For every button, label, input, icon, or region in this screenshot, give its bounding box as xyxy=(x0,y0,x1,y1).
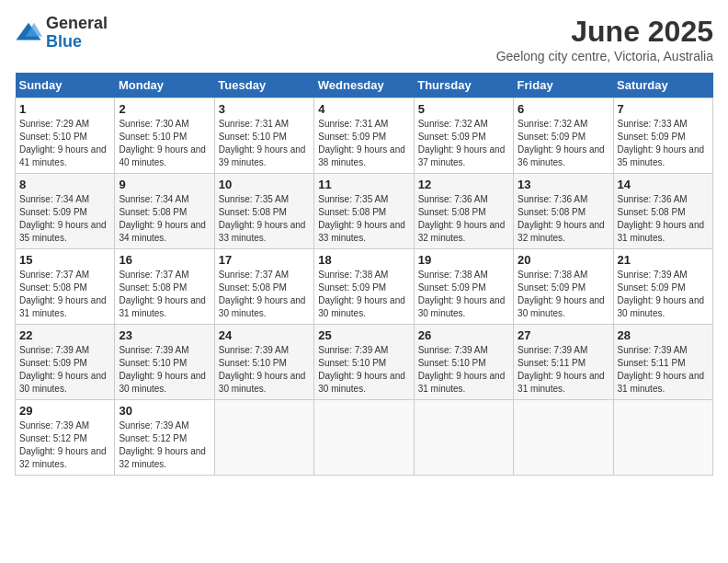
table-cell: 16 Sunrise: 7:37 AMSunset: 5:08 PMDaylig… xyxy=(115,249,214,325)
day-number: 18 xyxy=(318,253,409,267)
header: General Blue June 2025 Geelong city cent… xyxy=(15,15,713,63)
day-info: Sunrise: 7:39 AMSunset: 5:10 PMDaylight:… xyxy=(418,345,506,394)
day-number: 7 xyxy=(618,102,709,116)
table-row: 1 Sunrise: 7:29 AMSunset: 5:10 PMDayligh… xyxy=(16,98,713,174)
day-info: Sunrise: 7:39 AMSunset: 5:10 PMDaylight:… xyxy=(318,345,405,394)
col-wednesday: Wednesday xyxy=(314,73,414,98)
table-cell: 3 Sunrise: 7:31 AMSunset: 5:10 PMDayligh… xyxy=(214,98,313,174)
table-cell: 23 Sunrise: 7:39 AMSunset: 5:10 PMDaylig… xyxy=(115,325,214,400)
day-info: Sunrise: 7:39 AMSunset: 5:09 PMDaylight:… xyxy=(19,345,107,394)
table-cell: 18 Sunrise: 7:38 AMSunset: 5:09 PMDaylig… xyxy=(314,249,414,325)
logo-icon xyxy=(15,19,42,47)
table-cell: 8 Sunrise: 7:34 AMSunset: 5:09 PMDayligh… xyxy=(16,174,115,249)
day-info: Sunrise: 7:36 AMSunset: 5:08 PMDaylight:… xyxy=(618,194,705,243)
table-cell: 22 Sunrise: 7:39 AMSunset: 5:09 PMDaylig… xyxy=(16,325,115,400)
table-cell xyxy=(613,400,712,476)
day-number: 9 xyxy=(119,178,210,191)
day-number: 11 xyxy=(318,178,409,191)
table-cell: 5 Sunrise: 7:32 AMSunset: 5:09 PMDayligh… xyxy=(414,98,513,174)
table-cell: 27 Sunrise: 7:39 AMSunset: 5:11 PMDaylig… xyxy=(514,325,613,400)
calendar-subtitle: Geelong city centre, Victoria, Australia xyxy=(496,49,713,63)
table-cell: 9 Sunrise: 7:34 AMSunset: 5:08 PMDayligh… xyxy=(115,174,214,249)
day-info: Sunrise: 7:31 AMSunset: 5:10 PMDaylight:… xyxy=(219,119,306,167)
table-cell: 17 Sunrise: 7:37 AMSunset: 5:08 PMDaylig… xyxy=(214,249,313,325)
table-cell: 21 Sunrise: 7:39 AMSunset: 5:09 PMDaylig… xyxy=(613,249,712,325)
day-number: 29 xyxy=(19,404,110,418)
table-cell: 14 Sunrise: 7:36 AMSunset: 5:08 PMDaylig… xyxy=(613,174,712,249)
day-info: Sunrise: 7:39 AMSunset: 5:11 PMDaylight:… xyxy=(618,345,705,394)
day-number: 8 xyxy=(19,178,110,191)
day-number: 25 xyxy=(318,328,409,342)
day-info: Sunrise: 7:32 AMSunset: 5:09 PMDaylight:… xyxy=(518,119,605,167)
day-number: 21 xyxy=(618,253,709,267)
day-info: Sunrise: 7:39 AMSunset: 5:09 PMDaylight:… xyxy=(618,270,705,318)
col-tuesday: Tuesday xyxy=(214,73,313,98)
day-info: Sunrise: 7:39 AMSunset: 5:11 PMDaylight:… xyxy=(518,345,605,394)
table-cell: 12 Sunrise: 7:36 AMSunset: 5:08 PMDaylig… xyxy=(414,174,513,249)
title-section: June 2025 Geelong city centre, Victoria,… xyxy=(496,15,713,63)
day-info: Sunrise: 7:37 AMSunset: 5:08 PMDaylight:… xyxy=(219,270,306,318)
header-row: Sunday Monday Tuesday Wednesday Thursday… xyxy=(16,73,713,98)
logo-general: General xyxy=(46,15,108,33)
day-number: 14 xyxy=(618,178,709,191)
day-number: 22 xyxy=(19,328,110,342)
day-info: Sunrise: 7:35 AMSunset: 5:08 PMDaylight:… xyxy=(219,194,306,243)
table-cell: 4 Sunrise: 7:31 AMSunset: 5:09 PMDayligh… xyxy=(314,98,414,174)
table-cell: 10 Sunrise: 7:35 AMSunset: 5:08 PMDaylig… xyxy=(214,174,313,249)
table-cell: 24 Sunrise: 7:39 AMSunset: 5:10 PMDaylig… xyxy=(214,325,313,400)
table-row: 15 Sunrise: 7:37 AMSunset: 5:08 PMDaylig… xyxy=(16,249,713,325)
table-cell: 19 Sunrise: 7:38 AMSunset: 5:09 PMDaylig… xyxy=(414,249,513,325)
table-cell: 6 Sunrise: 7:32 AMSunset: 5:09 PMDayligh… xyxy=(514,98,613,174)
day-info: Sunrise: 7:33 AMSunset: 5:09 PMDaylight:… xyxy=(618,119,705,167)
day-number: 19 xyxy=(418,253,509,267)
day-info: Sunrise: 7:36 AMSunset: 5:08 PMDaylight:… xyxy=(418,194,506,243)
day-info: Sunrise: 7:30 AMSunset: 5:10 PMDaylight:… xyxy=(119,119,206,167)
table-row: 8 Sunrise: 7:34 AMSunset: 5:09 PMDayligh… xyxy=(16,174,713,249)
day-info: Sunrise: 7:39 AMSunset: 5:10 PMDaylight:… xyxy=(119,345,206,394)
day-number: 30 xyxy=(119,404,210,418)
day-number: 5 xyxy=(418,102,509,116)
day-info: Sunrise: 7:38 AMSunset: 5:09 PMDaylight:… xyxy=(318,270,405,318)
day-number: 2 xyxy=(119,102,210,116)
day-number: 3 xyxy=(219,102,310,116)
table-row: 22 Sunrise: 7:39 AMSunset: 5:09 PMDaylig… xyxy=(16,325,713,400)
calendar-table: Sunday Monday Tuesday Wednesday Thursday… xyxy=(15,73,713,476)
day-info: Sunrise: 7:38 AMSunset: 5:09 PMDaylight:… xyxy=(418,270,506,318)
day-number: 23 xyxy=(119,328,210,342)
col-saturday: Saturday xyxy=(613,73,712,98)
table-cell: 28 Sunrise: 7:39 AMSunset: 5:11 PMDaylig… xyxy=(613,325,712,400)
logo-text: General Blue xyxy=(46,15,108,52)
table-cell xyxy=(414,400,513,476)
day-number: 15 xyxy=(19,253,110,267)
day-info: Sunrise: 7:36 AMSunset: 5:08 PMDaylight:… xyxy=(518,194,605,243)
table-cell xyxy=(214,400,313,476)
table-cell: 11 Sunrise: 7:35 AMSunset: 5:08 PMDaylig… xyxy=(314,174,414,249)
table-cell: 26 Sunrise: 7:39 AMSunset: 5:10 PMDaylig… xyxy=(414,325,513,400)
logo-blue: Blue xyxy=(46,33,108,52)
day-info: Sunrise: 7:34 AMSunset: 5:08 PMDaylight:… xyxy=(119,194,206,243)
day-number: 17 xyxy=(219,253,310,267)
day-info: Sunrise: 7:35 AMSunset: 5:08 PMDaylight:… xyxy=(318,194,405,243)
calendar-title: June 2025 xyxy=(496,15,713,49)
col-sunday: Sunday xyxy=(16,73,115,98)
table-cell: 2 Sunrise: 7:30 AMSunset: 5:10 PMDayligh… xyxy=(115,98,214,174)
table-row: 29 Sunrise: 7:39 AMSunset: 5:12 PMDaylig… xyxy=(16,400,713,476)
day-number: 10 xyxy=(219,178,310,191)
day-number: 6 xyxy=(518,102,609,116)
day-info: Sunrise: 7:34 AMSunset: 5:09 PMDaylight:… xyxy=(19,194,107,243)
day-number: 20 xyxy=(518,253,609,267)
day-info: Sunrise: 7:37 AMSunset: 5:08 PMDaylight:… xyxy=(19,270,107,318)
day-number: 16 xyxy=(119,253,210,267)
day-number: 26 xyxy=(418,328,509,342)
table-cell: 25 Sunrise: 7:39 AMSunset: 5:10 PMDaylig… xyxy=(314,325,414,400)
table-cell: 13 Sunrise: 7:36 AMSunset: 5:08 PMDaylig… xyxy=(514,174,613,249)
table-cell xyxy=(314,400,414,476)
table-cell: 20 Sunrise: 7:38 AMSunset: 5:09 PMDaylig… xyxy=(514,249,613,325)
table-cell: 30 Sunrise: 7:39 AMSunset: 5:12 PMDaylig… xyxy=(115,400,214,476)
day-number: 12 xyxy=(418,178,509,191)
day-number: 28 xyxy=(618,328,709,342)
logo: General Blue xyxy=(15,15,108,52)
col-friday: Friday xyxy=(514,73,613,98)
day-info: Sunrise: 7:38 AMSunset: 5:09 PMDaylight:… xyxy=(518,270,605,318)
day-info: Sunrise: 7:29 AMSunset: 5:10 PMDaylight:… xyxy=(19,119,107,167)
